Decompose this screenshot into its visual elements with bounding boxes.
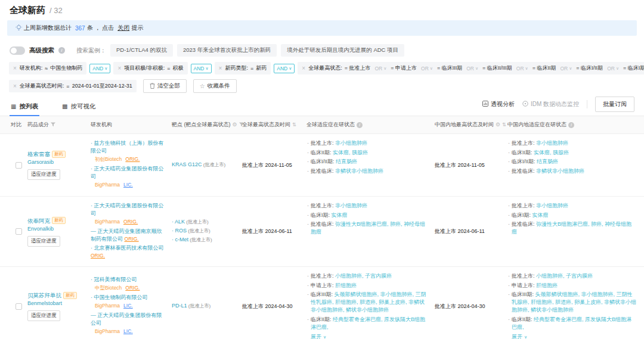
search-example-chip[interactable]: 2023 年来全球首次获批上市的新药 bbox=[177, 44, 277, 57]
indication-phase-label: 临床III期: bbox=[311, 291, 335, 297]
sort-icon[interactable]: ⇅ bbox=[502, 122, 506, 127]
target-link[interactable]: ROS bbox=[175, 228, 187, 234]
status-option[interactable]: = 临床I/II期 bbox=[576, 64, 603, 72]
or-join-button[interactable]: OR ∨ bbox=[607, 66, 619, 71]
or-join-button[interactable]: OR ∨ bbox=[421, 66, 433, 71]
advanced-search-toggle[interactable] bbox=[10, 46, 25, 55]
org-role-link[interactable]: ORIG. bbox=[91, 253, 105, 259]
clear-all-button[interactable]: 清空全部 bbox=[143, 79, 187, 93]
tab-list-view[interactable]: ▦ 按列表 bbox=[10, 99, 39, 116]
indication-link[interactable]: 小细胞肺癌, 子宫内膜癌 bbox=[335, 273, 392, 279]
expand-toggle[interactable]: 展开 ∨ bbox=[306, 333, 429, 339]
target-link[interactable]: ALK bbox=[175, 219, 185, 225]
indication-link[interactable]: 肝细胞癌 bbox=[536, 282, 558, 288]
gear-icon[interactable]: ⚙ bbox=[233, 122, 237, 127]
indication-link[interactable]: 非鳞状非小细胞肺癌 bbox=[536, 168, 584, 174]
target-link[interactable]: PD-L1 bbox=[172, 303, 187, 309]
org-name-link[interactable]: 冠科美博有限公司 bbox=[94, 276, 137, 282]
or-join-button[interactable]: OR ∨ bbox=[516, 66, 528, 71]
org-role-link[interactable]: ORIG. bbox=[125, 236, 139, 242]
org-name-link[interactable]: 北京赛林泰医药技术有限公司 bbox=[94, 245, 164, 251]
org-role-link[interactable]: LIC. bbox=[123, 328, 133, 335]
indication-link[interactable]: 非小细胞肺癌 bbox=[335, 140, 367, 146]
close-x-icon[interactable]: × bbox=[219, 66, 222, 71]
org-name-link[interactable]: 益方生物科技（上海）股份有限公司 bbox=[91, 140, 164, 154]
indication-link[interactable]: 结直肠癌 bbox=[537, 158, 558, 164]
org-role-link[interactable]: ORIG. bbox=[123, 218, 138, 225]
org-name-link[interactable]: 正大天晴药业集团股份有限公司 bbox=[91, 203, 164, 216]
row-checkbox[interactable] bbox=[16, 228, 22, 235]
drug-name-cn-link[interactable]: 依奉阿克 bbox=[27, 217, 50, 225]
indication-link[interactable]: 实体瘤 bbox=[532, 212, 549, 218]
indication-progress-button[interactable]: 适应症进度 bbox=[27, 310, 60, 321]
indication-link[interactable]: 实体瘤, 胰腺癌 bbox=[534, 150, 569, 155]
indication-link[interactable]: 实体瘤 bbox=[332, 212, 348, 218]
drug-name-en-link[interactable]: Benmelstobart bbox=[27, 300, 62, 307]
indication-phase-label: 临床I/II期: bbox=[311, 158, 336, 164]
notice-count: 367 bbox=[75, 25, 85, 32]
org-role-link[interactable]: ORIG. bbox=[125, 284, 140, 291]
or-join-button[interactable]: OR ∨ bbox=[466, 66, 478, 71]
target-link[interactable]: KRAS G12C bbox=[172, 161, 202, 167]
indication-line: 批准临床: 弥漫性大B细胞淋巴瘤, 肺癌, 神经母细胞瘤 bbox=[306, 220, 429, 236]
status-option[interactable]: = 临床I期 bbox=[623, 64, 644, 72]
indication-link[interactable]: 小细胞肺癌, 子宫内膜癌 bbox=[536, 273, 593, 279]
tab-visualization-view[interactable]: ▩ 按可视化 bbox=[61, 99, 97, 116]
close-x-icon[interactable]: × bbox=[117, 66, 121, 71]
status-option[interactable]: = 申请上市 bbox=[391, 64, 417, 72]
close-x-icon[interactable]: × bbox=[13, 66, 17, 71]
indication-phase-label: 临床I期: bbox=[311, 212, 332, 218]
close-x-icon[interactable]: × bbox=[13, 83, 17, 89]
pivot-analysis-button[interactable]: 透视分析 bbox=[482, 100, 515, 108]
org-role-link[interactable]: LIC. bbox=[123, 302, 133, 309]
status-option[interactable]: = 批准上市 bbox=[345, 64, 371, 72]
status-option[interactable]: = 临床II/III期 bbox=[482, 64, 512, 72]
or-join-button[interactable]: OR ∨ bbox=[374, 66, 386, 71]
row-checkbox[interactable] bbox=[16, 162, 22, 169]
org-role-link[interactable]: LIC. bbox=[123, 181, 133, 188]
save-condition-button[interactable]: ☆ 收藏条件 bbox=[193, 79, 237, 93]
drug-name-cn-link[interactable]: 贝莫苏拜单抗 bbox=[27, 291, 61, 299]
indication-link[interactable]: 非小细胞肺癌 bbox=[536, 140, 568, 146]
expand-toggle[interactable]: 展开 ∨ bbox=[507, 333, 637, 339]
indication-progress-button[interactable]: 适应症进度 bbox=[27, 236, 60, 247]
indication-link[interactable]: 非鳞状非小细胞肺癌 bbox=[335, 168, 383, 174]
close-x-icon[interactable]: × bbox=[302, 66, 305, 71]
row-checkbox[interactable] bbox=[16, 303, 22, 310]
advanced-search-label: 高级搜索 bbox=[29, 46, 54, 55]
and-join-button[interactable]: AND∨ bbox=[89, 64, 110, 73]
indication-progress-button[interactable]: 适应症进度 bbox=[27, 169, 60, 180]
gear-icon[interactable]: ⚙ bbox=[496, 122, 500, 127]
org-name-link[interactable]: 正大天晴药业集团股份有限公司 bbox=[91, 312, 162, 326]
and-join-button[interactable]: AND∨ bbox=[191, 64, 212, 73]
indication-link[interactable]: 肝细胞癌 bbox=[335, 282, 357, 288]
info-icon: i bbox=[58, 47, 65, 54]
org-entry: — 正大天晴药业集团南京顺欣制药有限公司 ORIG. bbox=[91, 228, 167, 243]
idm-monitor-button[interactable]: IDM 数据动态监控 bbox=[522, 100, 579, 108]
indication-link[interactable]: 实体瘤, 胰腺癌 bbox=[333, 150, 368, 155]
search-example-chip[interactable]: PD-1/CTLA4 的双抗 bbox=[110, 44, 173, 57]
drug-name-en-link[interactable]: Envonalkib bbox=[27, 225, 54, 233]
funnel-icon[interactable] bbox=[51, 122, 55, 128]
indication-link[interactable]: 非小细胞肺癌 bbox=[335, 203, 367, 209]
indication-phase-label: 临床II期: bbox=[311, 316, 333, 322]
org-name-link[interactable]: 中国生物制药有限公司 bbox=[94, 294, 148, 300]
or-join-button[interactable]: OR ∨ bbox=[560, 66, 572, 71]
drug-name-en-link[interactable]: Garsorasib bbox=[27, 158, 54, 166]
indication-link[interactable]: 结直肠癌 bbox=[336, 158, 357, 164]
indication-link[interactable]: 非小细胞肺癌 bbox=[536, 203, 568, 209]
and-join-button[interactable]: AND∨ bbox=[274, 64, 295, 73]
status-option[interactable]: = 临床II期 bbox=[532, 64, 556, 72]
cn-indications-cell: 批准上市: 非小细胞肺癌临床II期: 实体瘤, 胰腺癌临床I/II期: 结直肠癌… bbox=[507, 139, 644, 191]
drug-name-cn-link[interactable]: 格索雷塞 bbox=[27, 150, 50, 158]
target-cell: KRAS G12C (批准上市) bbox=[172, 139, 242, 191]
status-option[interactable]: = 临床III期 bbox=[437, 64, 462, 72]
target-link[interactable]: c-Met bbox=[175, 237, 189, 242]
sort-icon[interactable]: ⇅ bbox=[292, 122, 296, 127]
org-role-link[interactable]: ORIG. bbox=[125, 155, 140, 163]
toolbar: 透视分析 IDM 数据动态监控 批量订阅 bbox=[482, 97, 634, 116]
org-name-link[interactable]: 正大天晴药业集团股份有限公司 bbox=[91, 166, 164, 179]
batch-subscribe-button[interactable]: 批量订阅 bbox=[595, 97, 634, 112]
search-example-chip[interactable]: 境外处于研发后期且境内无进展的 ADC 项目 bbox=[281, 44, 404, 57]
notice-close-link[interactable]: 关闭 bbox=[117, 24, 129, 32]
